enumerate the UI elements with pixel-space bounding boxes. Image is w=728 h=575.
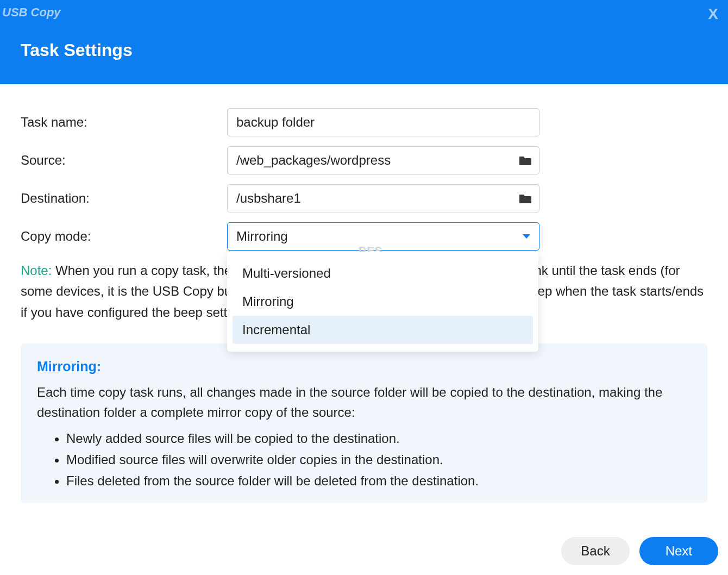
- info-bullet: Modified source files will overwrite old…: [66, 449, 691, 470]
- dropdown-item-multi-versioned[interactable]: Multi-versioned: [233, 259, 533, 288]
- form-body: Task name: Source: Destination: Copy mod…: [0, 84, 728, 503]
- info-bullet: Files deleted from the source folder wil…: [66, 471, 691, 491]
- destination-input[interactable]: [227, 184, 539, 212]
- back-button[interactable]: Back: [561, 537, 629, 565]
- info-bullet: Newly added source files will be copied …: [66, 428, 691, 448]
- copy-mode-value: Mirroring: [236, 229, 288, 244]
- footer-bar: Back Next: [0, 527, 728, 575]
- task-name-input[interactable]: [227, 108, 539, 136]
- source-label: Source:: [21, 153, 227, 168]
- info-panel: Mirroring: Each time copy task runs, all…: [21, 343, 707, 503]
- copy-mode-select[interactable]: Mirroring: [227, 222, 539, 251]
- page-title: Task Settings: [0, 20, 728, 60]
- close-icon[interactable]: X: [708, 5, 718, 23]
- note-label: Note:: [21, 263, 52, 278]
- info-panel-list: Newly added source files will be copied …: [37, 428, 691, 491]
- window-header: USB Copy Task Settings X: [0, 0, 728, 84]
- info-panel-title: Mirroring:: [37, 359, 691, 374]
- chevron-down-icon: [523, 234, 530, 239]
- folder-icon[interactable]: [519, 193, 532, 204]
- source-input[interactable]: [227, 146, 539, 174]
- source-row: Source:: [21, 146, 707, 174]
- dropdown-item-incremental[interactable]: Incremental: [233, 316, 533, 344]
- copy-mode-row: Copy mode: Mirroring Multi-versioned Mir…: [21, 222, 707, 251]
- task-name-label: Task name:: [21, 115, 227, 130]
- copy-mode-label: Copy mode:: [21, 229, 227, 244]
- folder-icon[interactable]: [519, 155, 532, 166]
- info-panel-body: Each time copy task runs, all changes ma…: [37, 382, 691, 422]
- destination-row: Destination:: [21, 184, 707, 212]
- dropdown-item-mirroring[interactable]: Mirroring: [233, 288, 533, 316]
- app-title: USB Copy: [0, 0, 728, 20]
- destination-label: Destination:: [21, 191, 227, 206]
- copy-mode-dropdown: Multi-versioned Mirroring Incremental: [227, 252, 538, 352]
- task-name-row: Task name:: [21, 108, 707, 136]
- next-button[interactable]: Next: [639, 537, 718, 565]
